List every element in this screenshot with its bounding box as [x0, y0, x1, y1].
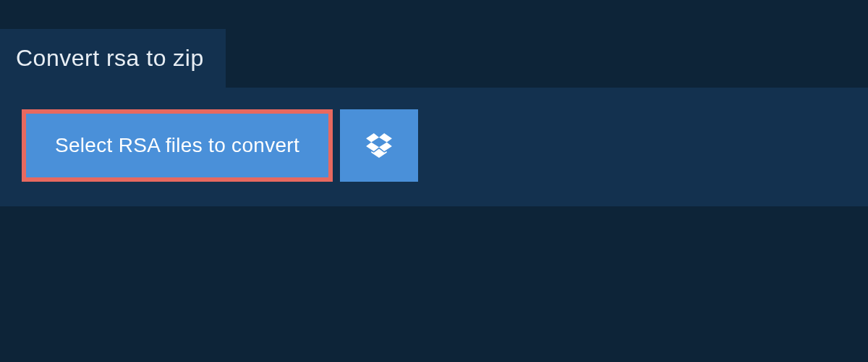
select-files-button[interactable]: Select RSA files to convert	[22, 109, 333, 182]
svg-marker-2	[366, 143, 379, 152]
tab-title: Convert rsa to zip	[16, 45, 204, 71]
button-row: Select RSA files to convert	[22, 109, 846, 182]
svg-marker-0	[366, 133, 379, 143]
dropbox-icon	[366, 133, 392, 158]
svg-marker-3	[379, 143, 392, 152]
conversion-panel: Select RSA files to convert	[0, 88, 868, 206]
active-tab[interactable]: Convert rsa to zip	[0, 29, 226, 88]
svg-marker-1	[379, 133, 392, 143]
select-files-label: Select RSA files to convert	[55, 134, 299, 157]
dropbox-button[interactable]	[340, 109, 418, 182]
